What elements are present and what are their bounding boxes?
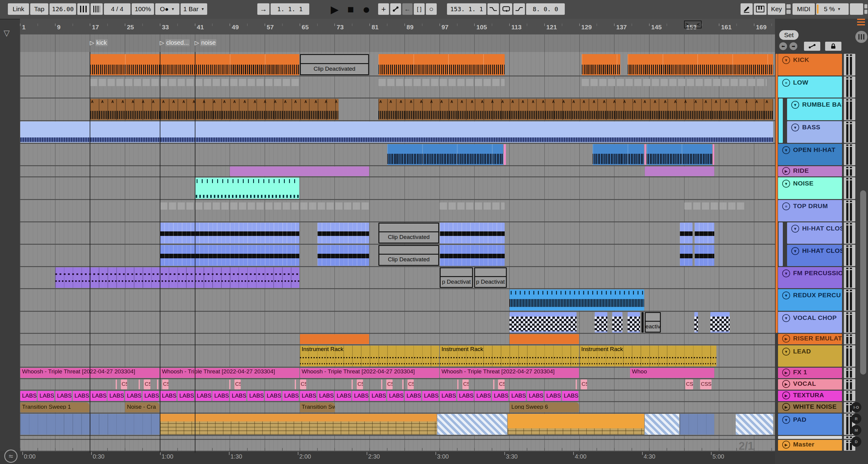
- clip[interactable]: CS: [121, 379, 127, 390]
- punch-out-icon[interactable]: [514, 3, 525, 15]
- fold-icon[interactable]: ▼: [791, 124, 799, 131]
- locator-lane[interactable]: ▷kick▷closed...▷noise: [20, 34, 775, 52]
- split-toggle[interactable]: [786, 10, 791, 14]
- track-name[interactable]: WHITE NOISE: [793, 403, 837, 410]
- clip[interactable]: LABS: [387, 391, 403, 401]
- clip[interactable]: [509, 334, 579, 344]
- track-header[interactable]: ▶WHITE NOISE: [778, 402, 842, 413]
- clip[interactable]: LABS: [20, 391, 36, 401]
- clip[interactable]: [160, 203, 369, 210]
- track-name[interactable]: Master: [793, 441, 814, 448]
- punch-in-icon[interactable]: [488, 3, 499, 15]
- clip[interactable]: LABS: [509, 391, 526, 401]
- clip[interactable]: LABS: [562, 391, 578, 401]
- track-name[interactable]: RUMBLE BASS: [802, 101, 842, 108]
- clip[interactable]: [695, 223, 714, 244]
- track-header[interactable]: ≡TOP DRUM: [778, 200, 842, 221]
- quantize-menu[interactable]: 1 Bar▼: [181, 3, 207, 15]
- track-lane[interactable]: A A A A A A A A A A A A A A A A A A A A …: [20, 98, 775, 121]
- clip[interactable]: [642, 312, 644, 333]
- clip[interactable]: LABS: [212, 391, 229, 401]
- clip[interactable]: LABS: [265, 391, 281, 401]
- clip[interactable]: CS: [357, 379, 363, 390]
- deactivated-clip[interactable]: eactiv: [645, 312, 661, 333]
- deactivated-clip[interactable]: p Deactivat: [440, 267, 473, 288]
- clip[interactable]: LABS: [195, 391, 211, 401]
- clip[interactable]: LABS: [405, 391, 421, 401]
- clip[interactable]: LABS: [457, 391, 473, 401]
- track-name[interactable]: RISER EMULATO: [793, 335, 842, 342]
- clip[interactable]: LABS: [230, 391, 246, 401]
- clip[interactable]: LABS: [178, 391, 194, 401]
- loop-selection-icon[interactable]: ○: [426, 3, 437, 15]
- nudge-up-icon[interactable]: [91, 3, 103, 15]
- clip[interactable]: LABS: [352, 391, 369, 401]
- track-name[interactable]: FM PERCUSSIO: [793, 270, 842, 277]
- track-lane[interactable]: p Deactivatp Deactivat: [20, 267, 775, 289]
- time-signature-field[interactable]: 4 / 4: [104, 3, 130, 15]
- clip[interactable]: [595, 312, 607, 333]
- clip[interactable]: Long Sweep 6: [509, 402, 579, 412]
- fold-icon[interactable]: ▼: [782, 146, 790, 154]
- track-lane[interactable]: [20, 334, 775, 345]
- fold-icon[interactable]: ▼: [791, 101, 799, 109]
- deactivated-clip[interactable]: p Deactivat: [474, 267, 507, 288]
- track-header[interactable]: ▼REDUX PERCU: [778, 289, 842, 311]
- fold-icon[interactable]: ▼: [782, 416, 790, 424]
- clip[interactable]: LABS: [73, 391, 89, 401]
- clip[interactable]: LABS: [317, 391, 334, 401]
- clip[interactable]: LABS: [474, 391, 491, 401]
- play-icon[interactable]: ▶: [328, 2, 342, 17]
- play-icon[interactable]: ▶: [782, 380, 790, 388]
- track-name[interactable]: LOW: [793, 79, 808, 86]
- track-lane[interactable]: [20, 76, 775, 98]
- tempo-field[interactable]: 126.00: [50, 3, 76, 15]
- clip[interactable]: LABS: [55, 391, 71, 401]
- clip[interactable]: CSS: [685, 379, 693, 390]
- track-lane[interactable]: Clip Deactivated: [20, 222, 775, 245]
- midi-map-button[interactable]: MIDI: [793, 3, 815, 15]
- back-to-arrangement-icon[interactable]: ←: [402, 3, 412, 15]
- track-header[interactable]: ▶RISER EMULATO: [778, 334, 842, 344]
- deactivated-clip[interactable]: Clip Deactivated: [378, 245, 439, 266]
- clip[interactable]: [684, 203, 745, 210]
- fold-icon[interactable]: ▼: [782, 180, 790, 188]
- clip-sliver[interactable]: [138, 379, 140, 390]
- play-icon[interactable]: ▶: [782, 335, 790, 343]
- clip[interactable]: LABS: [160, 391, 176, 401]
- automation-mode-icon[interactable]: [390, 3, 401, 15]
- loop-length-field[interactable]: 8. 0. 0: [526, 3, 565, 15]
- clip[interactable]: [300, 334, 369, 344]
- clip[interactable]: [612, 312, 622, 333]
- clip[interactable]: CS: [235, 379, 241, 390]
- time-warp-icon[interactable]: ≈: [4, 450, 18, 463]
- fold-icon[interactable]: ▼: [782, 270, 790, 277]
- track-name[interactable]: TEXTURA: [793, 392, 824, 399]
- clip[interactable]: Whoosh - Triple Threat [2022-04-27 20330…: [440, 368, 579, 378]
- clip[interactable]: LABS: [107, 391, 124, 401]
- clip[interactable]: [628, 54, 773, 75]
- track-name[interactable]: KICK: [793, 56, 809, 63]
- clip[interactable]: [628, 312, 640, 333]
- clip[interactable]: Transition Sweep 1: [20, 402, 89, 412]
- cpu-load-meter[interactable]: 5 %▼: [816, 3, 849, 15]
- clip-sliver[interactable]: [381, 379, 382, 390]
- clip[interactable]: [317, 223, 369, 244]
- track-lane[interactable]: CSSCSS CCSCSCSCSCSCSCSCSCSCSCS: [20, 379, 775, 391]
- fold-icon[interactable]: ▼: [791, 225, 799, 233]
- clip-sliver[interactable]: [402, 379, 403, 390]
- track-name[interactable]: VOCAL CHOP: [793, 314, 837, 321]
- track-header[interactable]: ▶FX 1: [778, 368, 842, 378]
- clip-sliver[interactable]: [576, 379, 577, 390]
- clip[interactable]: [378, 79, 504, 86]
- record-icon[interactable]: ●: [359, 2, 374, 17]
- nudge-down-icon[interactable]: [77, 3, 89, 15]
- clip[interactable]: [647, 144, 712, 165]
- track-header[interactable]: ▼NOISE: [778, 177, 842, 199]
- fold-icon[interactable]: ▼: [782, 314, 790, 322]
- clip[interactable]: [645, 144, 646, 165]
- pencil-icon[interactable]: [741, 3, 753, 15]
- track-lane[interactable]: [20, 166, 775, 177]
- clip[interactable]: LABS: [370, 391, 386, 401]
- track-header[interactable]: ▼OPEN HI-HAT: [778, 144, 842, 165]
